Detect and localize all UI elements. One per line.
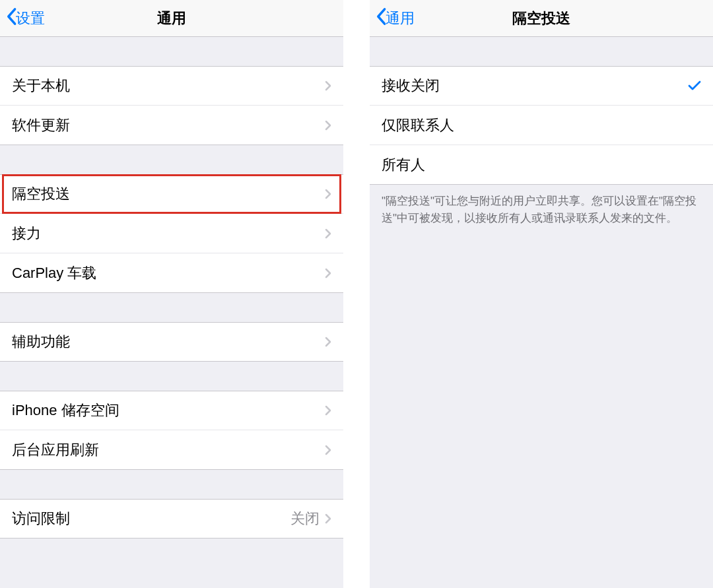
chevron-right-icon — [325, 268, 331, 278]
row-storage[interactable]: iPhone 储存空间 — [0, 391, 343, 430]
row-value: 关闭 — [290, 509, 320, 529]
row-label: iPhone 储存空间 — [12, 401, 325, 420]
row-label: 隔空投送 — [12, 184, 325, 204]
row-label: 访问限制 — [12, 509, 290, 529]
row-restrictions[interactable]: 访问限制 关闭 — [0, 499, 343, 539]
option-everyone[interactable]: 所有人 — [370, 145, 713, 185]
back-label: 通用 — [386, 9, 415, 28]
navbar-right: 通用 隔空投送 — [370, 0, 713, 37]
chevron-right-icon — [325, 445, 331, 455]
chevron-right-icon — [325, 405, 331, 416]
section-gap — [370, 37, 713, 66]
chevron-left-icon — [5, 7, 16, 30]
row-handoff[interactable]: 接力 — [0, 214, 343, 253]
row-background-refresh[interactable]: 后台应用刷新 — [0, 430, 343, 470]
airdrop-settings-panel: 通用 隔空投送 接收关闭 仅限联系人 所有人 "隔空投送"可让您与附近的用户立即… — [370, 0, 713, 588]
chevron-right-icon — [325, 120, 331, 131]
section-gap — [0, 145, 343, 174]
option-label: 接收关闭 — [382, 76, 688, 96]
row-airdrop[interactable]: 隔空投送 — [0, 174, 343, 214]
option-label: 所有人 — [382, 155, 701, 175]
row-software-update[interactable]: 软件更新 — [0, 106, 343, 145]
row-about[interactable]: 关于本机 — [0, 66, 343, 106]
chevron-right-icon — [325, 337, 331, 347]
row-label: 关于本机 — [12, 76, 325, 96]
option-label: 仅限联系人 — [382, 115, 701, 135]
panel-divider — [343, 0, 370, 588]
chevron-right-icon — [325, 81, 331, 91]
row-label: 软件更新 — [12, 115, 325, 135]
general-settings-panel: 设置 通用 关于本机 软件更新 隔空投送 接力 CarPlay 车载 辅助功能 … — [0, 0, 343, 588]
back-button-general[interactable]: 通用 — [375, 7, 415, 30]
back-button-settings[interactable]: 设置 — [5, 7, 45, 30]
section-gap — [0, 37, 343, 66]
option-contacts-only[interactable]: 仅限联系人 — [370, 106, 713, 145]
chevron-left-icon — [375, 7, 386, 30]
chevron-right-icon — [325, 513, 331, 524]
page-title-airdrop: 隔空投送 — [370, 9, 713, 28]
section-gap — [0, 470, 343, 499]
option-receiving-off[interactable]: 接收关闭 — [370, 66, 713, 106]
checkmark-icon — [688, 81, 701, 91]
row-label: 辅助功能 — [12, 332, 325, 352]
chevron-right-icon — [325, 189, 331, 199]
row-label: 接力 — [12, 224, 325, 244]
section-gap — [0, 293, 343, 322]
back-label: 设置 — [16, 9, 45, 28]
row-label: 后台应用刷新 — [12, 440, 325, 460]
section-gap — [0, 362, 343, 391]
row-label: CarPlay 车载 — [12, 263, 325, 283]
chevron-right-icon — [325, 228, 331, 239]
navbar-left: 设置 通用 — [0, 0, 343, 37]
row-carplay[interactable]: CarPlay 车载 — [0, 253, 343, 293]
airdrop-description: "隔空投送"可让您与附近的用户立即共享。您可以设置在"隔空投送"中可被发现，以接… — [370, 185, 713, 234]
page-title-general: 通用 — [0, 9, 343, 28]
row-accessibility[interactable]: 辅助功能 — [0, 322, 343, 362]
